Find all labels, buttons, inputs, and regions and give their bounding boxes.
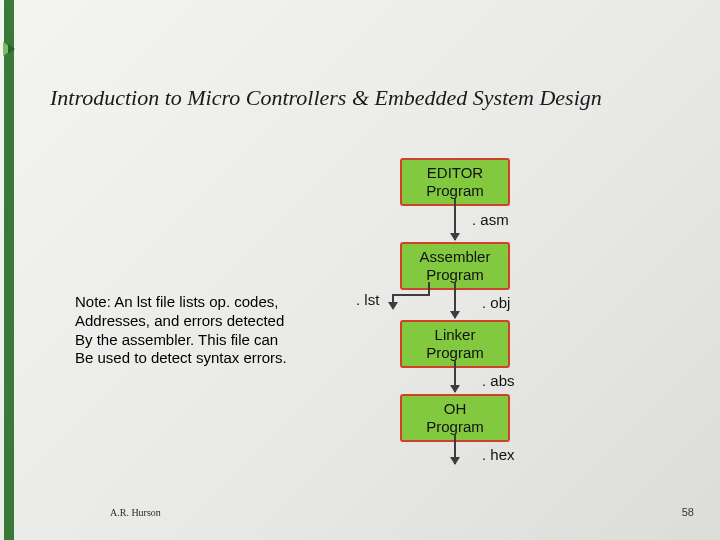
arrow-elbow-icon bbox=[380, 282, 430, 308]
decoration-chevron-shadow-icon bbox=[8, 44, 15, 54]
slide-left-decoration bbox=[0, 0, 22, 540]
note-text: Note: An lst file lists op. codes,Addres… bbox=[75, 293, 350, 368]
label-abs: . abs bbox=[482, 372, 515, 389]
decoration-bar bbox=[4, 0, 14, 540]
arrow-down-icon bbox=[454, 282, 456, 318]
footer-page-number: 58 bbox=[682, 506, 694, 518]
label-asm: . asm bbox=[472, 211, 509, 228]
arrow-down-icon bbox=[454, 198, 456, 240]
label-lst: . lst bbox=[356, 291, 379, 308]
footer-author: A.R. Hurson bbox=[110, 507, 161, 518]
slide-title: Introduction to Micro Controllers & Embe… bbox=[50, 85, 690, 111]
label-obj: . obj bbox=[482, 294, 510, 311]
arrow-down-icon bbox=[454, 434, 456, 464]
arrow-down-icon bbox=[454, 360, 456, 392]
label-hex: . hex bbox=[482, 446, 515, 463]
